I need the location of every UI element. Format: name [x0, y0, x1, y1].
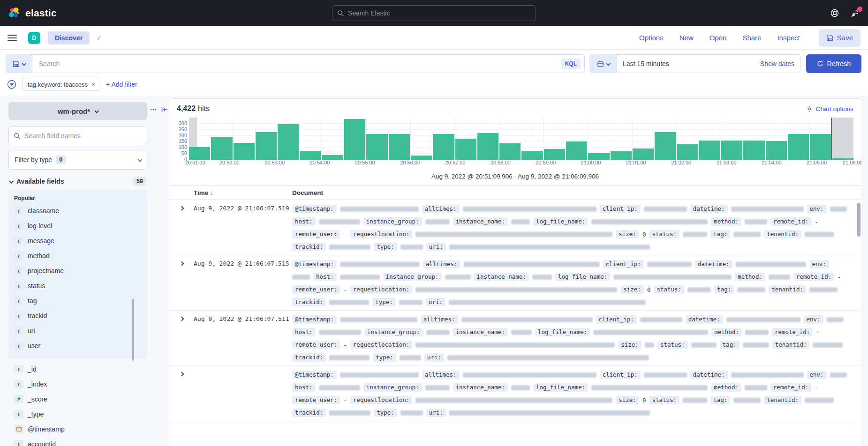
- doc-field-key[interactable]: host:: [292, 383, 316, 392]
- available-fields-header[interactable]: Available fields 59: [8, 177, 147, 186]
- field-item-@timestamp[interactable]: @timestamp: [12, 422, 143, 437]
- filter-pill[interactable]: tag.keyword: lbaccess ×: [23, 78, 100, 91]
- space-avatar[interactable]: D: [28, 32, 40, 44]
- doc-field-key[interactable]: instance_group:: [363, 383, 422, 392]
- doc-field-key[interactable]: client_ip:: [596, 315, 637, 324]
- doc-field-key[interactable]: alltimes:: [423, 260, 460, 268]
- help-icon[interactable]: [830, 8, 840, 18]
- doc-field-key[interactable]: instance_group:: [364, 328, 423, 336]
- doc-field-key[interactable]: tenantid:: [764, 230, 801, 238]
- doc-field-key[interactable]: remote_id:: [770, 383, 811, 392]
- histogram-bar[interactable]: [566, 141, 587, 160]
- new-button[interactable]: New: [679, 34, 694, 42]
- doc-field-key[interactable]: type:: [374, 409, 397, 417]
- doc-field-key[interactable]: uri:: [426, 298, 445, 306]
- doc-field-key[interactable]: instance_name:: [474, 273, 529, 281]
- chart-options-button[interactable]: Chart options: [806, 105, 853, 112]
- histogram-bar[interactable]: [344, 119, 365, 160]
- refresh-button[interactable]: Refresh: [806, 54, 861, 73]
- doc-field-key[interactable]: uri:: [426, 409, 446, 417]
- doc-field-key[interactable]: client_ip:: [600, 371, 641, 379]
- field-item-_score[interactable]: #_score: [12, 392, 143, 407]
- time-range-control[interactable]: Last 15 minutes Show dates: [617, 54, 800, 73]
- doc-field-key[interactable]: type:: [373, 353, 396, 362]
- doc-field-key[interactable]: trackid:: [292, 243, 326, 251]
- histogram-bar[interactable]: [588, 153, 609, 160]
- field-item-trackid[interactable]: ttrackid: [12, 308, 143, 323]
- doc-field-key[interactable]: tenantid:: [772, 341, 810, 349]
- news-feed-icon[interactable]: [850, 8, 860, 18]
- doc-field-key[interactable]: tag:: [710, 230, 730, 238]
- doc-field-key[interactable]: remote_id:: [793, 273, 834, 281]
- histogram-bar[interactable]: [389, 134, 410, 160]
- doc-field-key[interactable]: size:: [616, 230, 639, 238]
- doc-field-key[interactable]: instance_name:: [453, 217, 508, 226]
- doc-field-key[interactable]: host:: [292, 328, 316, 336]
- field-item-tag[interactable]: ttag: [12, 293, 143, 308]
- histogram-bar[interactable]: [655, 132, 676, 160]
- histogram-bar[interactable]: [699, 141, 720, 160]
- doc-field-key[interactable]: remote_id:: [770, 217, 811, 226]
- field-item-_id[interactable]: t_id: [12, 362, 143, 377]
- remove-filter-icon[interactable]: ×: [91, 81, 95, 88]
- doc-field-key[interactable]: env:: [807, 371, 827, 379]
- doc-field-key[interactable]: method:: [711, 217, 741, 226]
- filter-menu-icon[interactable]: [7, 79, 17, 89]
- field-search-input[interactable]: Search field names: [8, 126, 147, 145]
- doc-field-key[interactable]: instance_name:: [453, 383, 508, 392]
- doc-field-key[interactable]: env:: [807, 205, 827, 213]
- histogram-bar[interactable]: [611, 151, 632, 160]
- doc-field-key[interactable]: size:: [618, 341, 642, 349]
- doc-field-key[interactable]: tenantid:: [764, 396, 801, 404]
- doc-field-key[interactable]: datetime:: [690, 205, 728, 213]
- field-item-message[interactable]: tmessage: [12, 233, 143, 248]
- histogram-bar[interactable]: [499, 143, 521, 160]
- kql-search-input[interactable]: Search KQL: [32, 54, 585, 73]
- field-item-status[interactable]: tstatus: [12, 278, 143, 293]
- doc-field-key[interactable]: status:: [649, 396, 679, 404]
- field-item-user[interactable]: tuser: [12, 338, 143, 353]
- date-picker-menu-button[interactable]: [589, 54, 617, 73]
- share-button[interactable]: Share: [742, 34, 761, 42]
- doc-field-key[interactable]: host:: [313, 273, 337, 281]
- options-button[interactable]: Options: [639, 34, 664, 42]
- doc-field-key[interactable]: requestlocation:: [350, 285, 412, 294]
- histogram-bar[interactable]: [433, 134, 454, 160]
- doc-field-key[interactable]: @timestamp:: [292, 205, 337, 213]
- doc-field-key[interactable]: tenantid:: [769, 285, 806, 294]
- doc-field-key[interactable]: trackid:: [292, 353, 326, 362]
- doc-field-key[interactable]: instance_name:: [453, 328, 508, 336]
- histogram-bar[interactable]: [189, 147, 210, 160]
- doc-field-key[interactable]: log_file_name:: [555, 273, 610, 281]
- doc-field-key[interactable]: host:: [292, 217, 316, 226]
- doc-field-key[interactable]: @timestamp:: [292, 371, 337, 379]
- doc-field-key[interactable]: type:: [372, 298, 396, 306]
- doc-field-key[interactable]: remote_id:: [772, 328, 813, 336]
- doc-field-key[interactable]: instance_group:: [383, 273, 442, 281]
- doc-field-key[interactable]: uri:: [426, 243, 446, 251]
- doc-field-key[interactable]: log_file_name:: [533, 217, 588, 226]
- doc-field-key[interactable]: client_ip:: [600, 205, 641, 213]
- field-item-uri[interactable]: turi: [12, 323, 143, 338]
- doc-field-key[interactable]: requestlocation:: [350, 396, 412, 404]
- save-button[interactable]: Save: [819, 29, 860, 47]
- expand-row-icon[interactable]: [179, 372, 184, 377]
- doc-field-key[interactable]: status:: [654, 285, 684, 294]
- doc-field-key[interactable]: remote_user:: [292, 285, 340, 294]
- query-language-button[interactable]: KQL: [561, 59, 581, 69]
- doc-field-key[interactable]: @timestamp:: [292, 260, 337, 268]
- doc-field-key[interactable]: trackid:: [292, 298, 326, 306]
- expand-row-icon[interactable]: [179, 317, 184, 321]
- doc-field-key[interactable]: remote_user:: [292, 396, 340, 404]
- doc-field-key[interactable]: @timestamp:: [292, 315, 337, 324]
- histogram-bar[interactable]: [633, 149, 654, 160]
- histogram-bar[interactable]: [810, 134, 831, 160]
- histogram-bar[interactable]: [366, 134, 387, 160]
- histogram-bar[interactable]: [521, 151, 543, 160]
- doc-field-key[interactable]: remote_user:: [292, 230, 340, 238]
- doc-field-key[interactable]: instance_group:: [363, 217, 422, 226]
- doc-field-key[interactable]: requestlocation:: [350, 341, 412, 349]
- field-item-_index[interactable]: t_index: [12, 377, 143, 392]
- field-item-method[interactable]: tmethod: [12, 248, 143, 263]
- add-filter-button[interactable]: + Add filter: [106, 81, 137, 88]
